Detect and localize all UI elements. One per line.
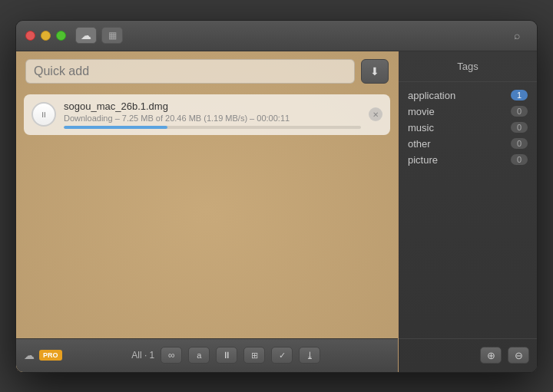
tag-name-music: music [408, 122, 434, 133]
search-button[interactable]: ⌕ [506, 27, 528, 44]
tags-bottom: ⊕ ⊖ [399, 338, 537, 372]
pause-button[interactable]: ⏸ [31, 102, 56, 127]
left-panel: ⬇ ⏸ sogou_mac_26b.1.dmg Downloading – 7.… [16, 51, 399, 372]
check-button[interactable]: ✓ [271, 347, 293, 364]
list-item[interactable]: application 1 [408, 90, 528, 101]
cloud-icon: ☁ [81, 29, 91, 41]
grid-icon: ⊞ [251, 351, 258, 361]
progress-bar [64, 126, 361, 129]
tag-count-music: 0 [511, 122, 528, 133]
infinite-button[interactable]: ∞ [161, 347, 182, 364]
grid-button[interactable]: ⊞ [243, 347, 265, 364]
tag-name-other: other [408, 138, 431, 150]
tag-name-picture: picture [408, 154, 438, 166]
title-bar-right: ⌕ [506, 27, 528, 44]
sequential-icon: a [197, 351, 201, 360]
mobile-icon: ▦ [108, 30, 117, 41]
list-item[interactable]: movie 0 [408, 106, 528, 117]
bottom-controls: All · 1 ∞ a ⏸ ⊞ ✓ [62, 347, 390, 364]
right-panel: Tags application 1 movie 0 music 0 other… [399, 51, 537, 372]
sequential-button[interactable]: a [188, 347, 210, 364]
tags-header: Tags [399, 51, 537, 82]
import-icon: ⤓ [306, 350, 314, 361]
cloud-tab-icon[interactable]: ☁ [75, 27, 97, 44]
upload-button[interactable]: ⬇ [361, 59, 389, 84]
close-button[interactable] [25, 31, 35, 41]
maximize-button[interactable] [56, 31, 66, 41]
import-button[interactable]: ⤓ [299, 347, 320, 364]
add-tag-icon: ⊕ [487, 350, 495, 361]
tag-count-movie: 0 [511, 106, 528, 117]
pause-icon: ⏸ [40, 110, 48, 119]
pause-all-button[interactable]: ⏸ [216, 347, 237, 364]
title-bar: ☁ ▦ ⌕ [16, 21, 537, 51]
upload-icon: ⬇ [370, 65, 379, 77]
tag-count-application: 1 [511, 90, 528, 100]
add-tag-button[interactable]: ⊕ [480, 347, 502, 364]
delete-tag-button[interactable]: ⊖ [508, 347, 529, 364]
check-icon: ✓ [279, 351, 286, 361]
tag-name-movie: movie [408, 106, 435, 117]
progress-fill [64, 126, 167, 129]
search-icon: ⌕ [514, 29, 520, 41]
download-status: Downloading – 7.25 MB of 20.46 MB (1.19 … [64, 114, 361, 123]
tag-count-other: 0 [511, 138, 528, 149]
tags-title: Tags [457, 61, 478, 72]
traffic-lights [25, 31, 66, 41]
download-count: All · 1 [131, 350, 154, 361]
list-item[interactable]: music 0 [408, 122, 528, 133]
pro-badge: PRO [39, 350, 62, 361]
bottom-bar: ☁ PRO All · 1 ∞ a ⏸ ⊞ [16, 338, 398, 372]
download-filename: sogou_mac_26b.1.dmg [64, 100, 361, 112]
close-icon: ✕ [373, 110, 379, 119]
cloud-bottom-icon: ☁ [24, 349, 35, 361]
quick-add-input[interactable] [25, 59, 355, 84]
list-item[interactable]: picture 0 [408, 154, 528, 166]
delete-tag-icon: ⊖ [515, 350, 523, 361]
infinite-icon: ∞ [168, 350, 175, 361]
table-row: ⏸ sogou_mac_26b.1.dmg Downloading – 7.25… [24, 94, 390, 135]
tag-name-application: application [408, 90, 455, 101]
download-info: sogou_mac_26b.1.dmg Downloading – 7.25 M… [64, 100, 361, 129]
pause-all-icon: ⏸ [222, 350, 231, 361]
minimize-button[interactable] [41, 31, 51, 41]
tags-list: application 1 movie 0 music 0 other 0 pi… [399, 82, 537, 338]
pro-badge-container: ☁ PRO [24, 349, 62, 361]
list-item[interactable]: other 0 [408, 138, 528, 150]
main-content: ⬇ ⏸ sogou_mac_26b.1.dmg Downloading – 7.… [16, 51, 537, 372]
quick-add-bar: ⬇ [16, 51, 398, 91]
main-window: ☁ ▦ ⌕ ⬇ ⏸ [15, 20, 538, 373]
tag-count-picture: 0 [511, 154, 528, 165]
title-bar-icons: ☁ ▦ [75, 27, 123, 44]
remove-button[interactable]: ✕ [369, 107, 382, 121]
download-list: ⏸ sogou_mac_26b.1.dmg Downloading – 7.25… [16, 91, 398, 338]
mobile-tab-icon[interactable]: ▦ [101, 27, 123, 44]
